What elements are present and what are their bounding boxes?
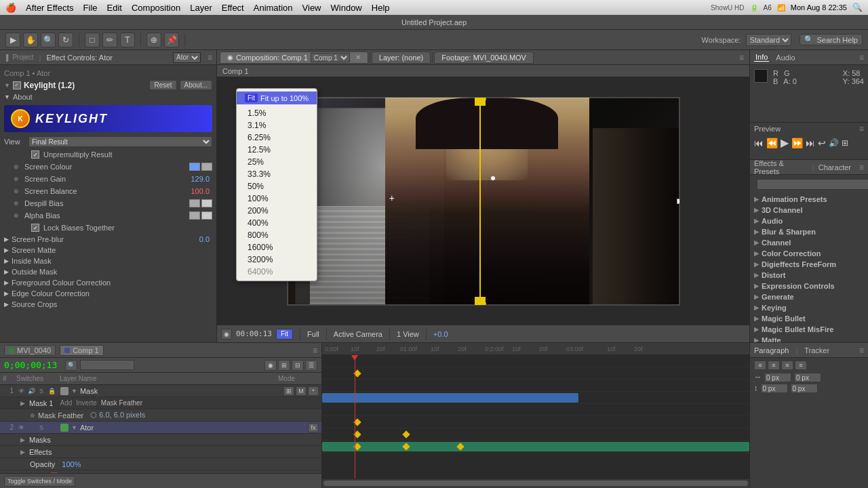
tool-anchor[interactable]: ⊕ — [146, 33, 161, 47]
sublayer-mask1[interactable]: ▶ Mask 1 Add Inverte Mask Feather — [0, 397, 321, 409]
effects-expand[interactable]: ▶ — [20, 449, 25, 455]
layer-1-video[interactable]: 👁 — [16, 386, 26, 396]
menu-view[interactable]: View — [302, 3, 321, 13]
effects-menu-icon[interactable]: ≡ — [859, 163, 864, 172]
zoom-6400[interactable]: 6400% — [237, 266, 317, 278]
skip-end-btn[interactable]: ⏭ — [806, 138, 815, 148]
about-button[interactable]: About... — [180, 80, 212, 90]
tool-rotate[interactable]: ↻ — [58, 33, 73, 47]
tl-btn-2[interactable]: ⊞ — [278, 360, 290, 371]
apple-menu[interactable]: 🍎 — [5, 3, 16, 13]
menu-window[interactable]: Window — [331, 3, 362, 13]
info-tab[interactable]: Info — [754, 53, 769, 62]
timeline-scrollbar[interactable] — [322, 479, 749, 488]
layer-2-lock[interactable] — [47, 423, 56, 432]
tool-pen[interactable]: ✏ — [102, 33, 117, 47]
align-right-btn[interactable]: ≡ — [781, 361, 793, 370]
step-back-btn[interactable]: ⏪ — [766, 138, 778, 148]
audio-tab[interactable]: Audio — [774, 54, 796, 62]
scrollbar-thumb[interactable] — [323, 481, 748, 486]
category-generate[interactable]: ▶ Generate — [750, 291, 868, 302]
keyframe-4[interactable] — [402, 430, 410, 438]
zoom-button[interactable]: Fit — [276, 329, 293, 340]
zoom-3.1[interactable]: 3.1% — [237, 119, 317, 131]
tool-zoom[interactable]: 🔍 — [41, 33, 56, 47]
menu-animation[interactable]: Animation — [254, 3, 293, 13]
justify-btn[interactable]: ≡ — [795, 361, 807, 370]
padding-right-input[interactable] — [794, 373, 821, 382]
preview-menu-icon[interactable]: ≡ — [859, 124, 864, 134]
tool-puppet[interactable]: 📌 — [164, 33, 179, 47]
zoom-100[interactable]: 100% — [237, 192, 317, 205]
screen-gain-value[interactable]: 129.0 — [191, 175, 210, 183]
zoom-400[interactable]: 400% — [237, 217, 317, 229]
category-color-correction[interactable]: ▶ Color Correction — [750, 248, 868, 259]
category-3dchannel[interactable]: ▶ 3D Channel — [750, 205, 868, 216]
zoom-50[interactable]: 50% — [237, 180, 317, 192]
tool-rect-mask[interactable]: □ — [85, 33, 100, 47]
category-matte[interactable]: ▶ Matte — [750, 335, 868, 342]
unpremultiply-checkbox[interactable]: ✓ — [31, 150, 39, 159]
menu-effect[interactable]: Effect — [222, 3, 244, 13]
menu-edit[interactable]: Edit — [107, 3, 122, 13]
layer-1-expand[interactable]: ▼ — [71, 388, 77, 394]
reset-button[interactable]: Reset — [149, 80, 176, 90]
divider-top-handle[interactable] — [475, 97, 486, 106]
tl-btn-1[interactable]: ◉ — [264, 360, 277, 371]
search-icon[interactable]: 🔍 — [852, 3, 863, 12]
tab-layer[interactable]: Layer: (none) — [372, 52, 431, 64]
mask1-expand[interactable]: ▶ — [20, 400, 25, 407]
tl-btn-4[interactable]: ☰ — [305, 360, 317, 371]
screen-colour-swatch-1[interactable] — [189, 163, 200, 171]
category-distort[interactable]: ▶ Distort — [750, 270, 868, 281]
character-tab[interactable]: Character — [818, 163, 851, 171]
effect-checkbox[interactable]: ✓ — [13, 81, 21, 89]
handle-right-center[interactable] — [677, 199, 680, 204]
zoom-12.5[interactable]: 12.5% — [237, 144, 317, 156]
category-expression[interactable]: ▶ Expression Controls — [750, 281, 868, 291]
masks-expand[interactable]: ▶ — [20, 436, 25, 443]
layer-2-audio[interactable] — [26, 423, 36, 432]
zoom-6.25[interactable]: 6.25% — [237, 131, 317, 144]
layer-2-video[interactable]: 👁 — [16, 423, 26, 432]
layer-row-2[interactable]: 2 👁 S ▼ Ator fx — [0, 422, 321, 434]
menu-file[interactable]: File — [83, 3, 98, 13]
sublayer-masks[interactable]: ▶ Masks — [0, 434, 321, 446]
layer-row-1[interactable]: 1 👁 🔊 S 🔒 ▼ Mask ⊞ M * — [0, 385, 321, 397]
layer-1-transform[interactable]: ⊞ — [283, 386, 294, 396]
tl-search-icon[interactable]: 🔍 — [65, 360, 77, 371]
tl-btn-3[interactable]: ⊟ — [292, 360, 304, 371]
tl-search-input[interactable] — [80, 360, 134, 370]
tab-close-icon[interactable]: ✕ — [355, 54, 361, 61]
align-center-btn[interactable]: ≡ — [768, 361, 780, 370]
effect-expand-tri[interactable]: ▼ — [4, 82, 10, 89]
tool-hand[interactable]: ✋ — [23, 33, 38, 47]
tool-text[interactable]: T — [120, 33, 135, 47]
padding-left-input[interactable] — [764, 373, 791, 382]
view-select[interactable]: Final Result — [28, 136, 212, 147]
despill-swatch-2[interactable] — [201, 199, 212, 207]
comp-timeline-tab[interactable]: Comp 1 — [60, 345, 104, 356]
tab-composition[interactable]: ◉ Composition: Comp 1 Comp 1 ✕ — [220, 52, 368, 64]
about-section[interactable]: ▼ About — [0, 92, 216, 102]
layer-2-fx-switch[interactable]: fx — [308, 423, 319, 432]
zoom-25[interactable]: 25% — [237, 156, 317, 168]
audio-btn[interactable]: 🔊 — [829, 138, 839, 148]
category-audio[interactable]: ▶ Audio — [750, 216, 868, 226]
category-magic-bullet[interactable]: ▶ Magic Bullet — [750, 313, 868, 324]
menu-aftereffects[interactable]: After Effects — [26, 3, 74, 13]
layer-1-lock[interactable]: 🔒 — [47, 386, 56, 396]
padding-bottom-input[interactable] — [791, 384, 818, 393]
zoom-1600[interactable]: 1600% — [237, 241, 317, 253]
para-menu-icon[interactable]: ≡ — [859, 346, 864, 355]
layer-2-expand[interactable]: ▼ — [71, 424, 77, 431]
category-magic-bullet-misfire[interactable]: ▶ Magic Bullet MisFire — [750, 324, 868, 335]
alpha-swatch-2[interactable] — [201, 211, 212, 220]
footage-tab[interactable]: MVI_0040 — [4, 345, 56, 356]
viewer-reset-btn[interactable]: ◉ — [221, 329, 232, 340]
zoom-1.5[interactable]: 1.5% — [237, 107, 317, 119]
tool-select[interactable]: ▶ — [5, 33, 20, 47]
category-digieffects[interactable]: ▶ Digieffects FreeForm — [750, 259, 868, 270]
loop-btn[interactable]: ↩ — [818, 138, 826, 148]
category-animation[interactable]: ▶ Animation Presets — [750, 194, 868, 205]
